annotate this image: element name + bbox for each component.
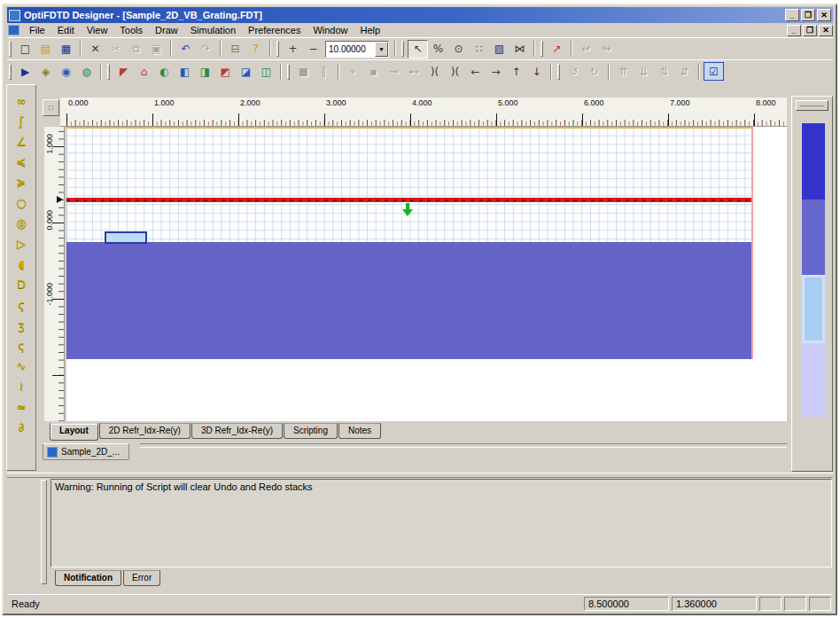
draw-tool-button-7[interactable]: ◎ bbox=[11, 213, 32, 233]
substrate-region[interactable] bbox=[66, 242, 753, 359]
undo-button[interactable]: ↶ bbox=[175, 40, 196, 59]
sim-tool-button-4[interactable]: ⊷ bbox=[404, 62, 424, 81]
order-button-2[interactable]: ⇊ bbox=[634, 62, 654, 81]
move-down-button[interactable]: ↓ bbox=[526, 62, 547, 81]
toolbar-grip[interactable] bbox=[401, 41, 404, 57]
draw-tool-button-14[interactable]: ∿ bbox=[11, 356, 32, 376]
stop-button[interactable]: ■ bbox=[293, 62, 314, 81]
restore-button[interactable]: ❐ bbox=[801, 9, 815, 21]
menu-window[interactable]: Window bbox=[307, 24, 354, 36]
layout-tool-button-5[interactable]: ◨ bbox=[195, 62, 215, 81]
draw-tool-button-4[interactable]: ≼ bbox=[11, 152, 32, 172]
tab-error[interactable]: Error bbox=[123, 570, 160, 586]
layout-tool-button-1[interactable]: ◤ bbox=[113, 62, 134, 81]
draw-tool-button-10[interactable]: D bbox=[11, 274, 32, 294]
layout-tool-button-4[interactable]: ◧ bbox=[175, 62, 195, 81]
tab-scripting[interactable]: Scripting bbox=[284, 423, 338, 439]
move-left-button[interactable]: ← bbox=[465, 62, 486, 81]
print-button[interactable]: ⊟ bbox=[225, 40, 245, 59]
order-button-3[interactable]: ⇅ bbox=[654, 62, 674, 81]
draw-tool-button-2[interactable]: ʃ bbox=[11, 111, 32, 131]
previous-button[interactable]: ↫ bbox=[576, 40, 596, 59]
layout-tool-button-2[interactable]: ⌂ bbox=[134, 62, 154, 81]
ruler-corner-button[interactable]: □ bbox=[43, 99, 59, 116]
draw-tool-button-16[interactable]: ≈ bbox=[11, 396, 32, 417]
document-tab[interactable]: Sample_2D_... bbox=[43, 443, 129, 460]
cut-button[interactable]: ✂ bbox=[105, 40, 126, 59]
select-tool-button[interactable]: ↖ bbox=[408, 40, 428, 59]
draw-tool-button-8[interactable]: ▷ bbox=[11, 233, 32, 254]
draw-tool-button-12[interactable]: ʒ bbox=[11, 315, 32, 335]
move-up-button[interactable]: ↑ bbox=[506, 62, 526, 81]
toolbar-grip[interactable] bbox=[287, 64, 290, 80]
doc-minimize-button[interactable]: _ bbox=[787, 25, 801, 36]
draw-tool-button-11[interactable]: ϛ bbox=[11, 294, 32, 315]
contract-x-button[interactable]: )( bbox=[424, 62, 445, 81]
zoom-select-button[interactable]: % bbox=[428, 40, 448, 59]
draw-tool-button-5[interactable]: ≽ bbox=[11, 172, 32, 192]
menu-file[interactable]: File bbox=[23, 24, 51, 36]
chevron-down-icon[interactable]: ▼ bbox=[375, 42, 388, 57]
menu-view[interactable]: View bbox=[81, 24, 114, 36]
rotate-ccw-button[interactable]: ↺ bbox=[564, 62, 584, 81]
copy-button[interactable]: ⧉ bbox=[126, 40, 146, 59]
tab-3d-refr-idx[interactable]: 3D Refr_Idx-Re(y) bbox=[191, 423, 283, 439]
delete-button[interactable]: ✕ bbox=[85, 40, 105, 59]
layout-canvas[interactable] bbox=[66, 127, 787, 421]
test-script-button-1[interactable]: ◈ bbox=[35, 62, 56, 81]
order-button-4[interactable]: ⇵ bbox=[674, 62, 695, 81]
menu-draw[interactable]: Draw bbox=[149, 24, 184, 36]
grating-waveguide[interactable] bbox=[105, 231, 147, 244]
save-button[interactable]: ▦ bbox=[56, 40, 76, 59]
snap-to-grid-toggle[interactable]: ☑ bbox=[704, 62, 724, 81]
rotate-cw-button[interactable]: ↻ bbox=[584, 62, 604, 81]
toolbar-grip[interactable] bbox=[557, 64, 560, 80]
menu-tools[interactable]: Tools bbox=[113, 24, 149, 36]
edit-vertex-button[interactable]: ↗ bbox=[547, 40, 567, 59]
toolbar-grip[interactable] bbox=[541, 41, 543, 57]
doc-close-button[interactable]: ✕ bbox=[819, 25, 833, 36]
draw-tool-button-3[interactable]: ∠ bbox=[11, 131, 32, 152]
draw-tool-button-13[interactable]: ς bbox=[11, 335, 32, 356]
contract-y-button[interactable]: )( bbox=[445, 62, 465, 81]
menu-preferences[interactable]: Preferences bbox=[242, 24, 307, 36]
paste-button[interactable]: ▣ bbox=[146, 40, 167, 59]
draw-tool-button-6[interactable]: ○ bbox=[11, 192, 32, 213]
input-plane-line[interactable] bbox=[66, 198, 753, 202]
draw-tool-button-1[interactable]: ∞ bbox=[11, 90, 32, 111]
select-vertices-button[interactable]: ∷ bbox=[469, 40, 489, 59]
draw-tool-button-17[interactable]: ∂ bbox=[11, 417, 32, 437]
next-button[interactable]: ↬ bbox=[596, 40, 617, 59]
tab-2d-refr-idx[interactable]: 2D Refr_Idx-Re(y) bbox=[99, 423, 191, 439]
tab-notification[interactable]: Notification bbox=[55, 570, 121, 586]
select-region-button[interactable]: ▨ bbox=[489, 40, 509, 59]
test-script-button-2[interactable]: ◉ bbox=[56, 62, 76, 81]
toolbar-grip[interactable] bbox=[9, 41, 12, 57]
fit-to-window-button[interactable]: ⋈ bbox=[509, 40, 530, 59]
draw-tool-button-15[interactable]: ≀ bbox=[11, 376, 32, 396]
zoom-level-combo[interactable]: 10.00000 ▼ bbox=[325, 41, 389, 58]
tab-notes[interactable]: Notes bbox=[338, 423, 381, 439]
close-button[interactable]: ✕ bbox=[817, 9, 831, 21]
colorbar-slider[interactable] bbox=[796, 100, 828, 111]
panel-splitter[interactable] bbox=[7, 473, 833, 478]
pause-button[interactable]: ‖ bbox=[314, 62, 334, 81]
tab-layout[interactable]: Layout bbox=[50, 423, 98, 441]
redo-button[interactable]: ↷ bbox=[196, 40, 216, 59]
layout-tool-button-7[interactable]: ◪ bbox=[236, 62, 256, 81]
title-bar[interactable]: OptiFDTD Designer - [Sample_2D_VB_Gratin… bbox=[7, 7, 833, 23]
sim-tool-button-1[interactable]: ⌖ bbox=[343, 62, 363, 81]
zoom-out-button[interactable]: − bbox=[303, 40, 323, 59]
menu-edit[interactable]: Edit bbox=[51, 24, 81, 36]
order-button-1[interactable]: ⇈ bbox=[613, 62, 634, 81]
move-right-button[interactable]: → bbox=[486, 62, 506, 81]
sim-tool-button-3[interactable]: ⊸ bbox=[384, 62, 404, 81]
panel-grip[interactable] bbox=[41, 480, 47, 584]
open-button[interactable]: ▤ bbox=[35, 40, 56, 59]
doc-restore-button[interactable]: ❐ bbox=[803, 25, 817, 36]
layout-tool-button-8[interactable]: ◫ bbox=[256, 62, 276, 81]
help-button[interactable]: ? bbox=[245, 40, 266, 59]
layout-tool-button-3[interactable]: ◐ bbox=[154, 62, 175, 81]
toolbar-grip[interactable] bbox=[9, 64, 12, 80]
zoom-window-button[interactable]: ⊙ bbox=[448, 40, 469, 59]
